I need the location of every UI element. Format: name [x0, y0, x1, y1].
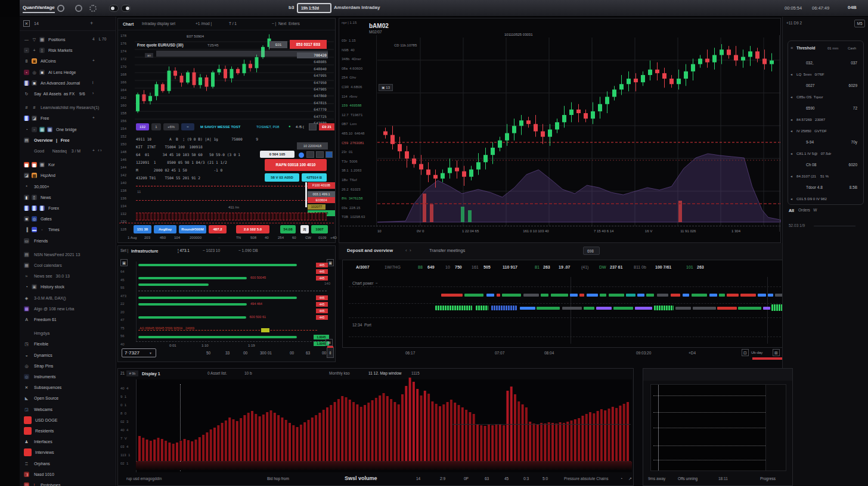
mid-toolbar-button-3[interactable]: ≈: [181, 123, 194, 130]
bottom-toolbar-button-5[interactable]: 54.08: [280, 225, 296, 233]
timeline-icon-2[interactable]: ⊞: [773, 349, 780, 356]
mid-toolbar-button-1[interactable]: 1: [151, 123, 161, 130]
dom-ladder-row[interactable]: 647995: [297, 73, 328, 79]
bottom-toolbar-button-0[interactable]: 151 38: [134, 225, 151, 233]
price-slider-handle[interactable]: [305, 182, 307, 207]
sidebar-item-19[interactable]: ▤NSN NewsFeed 2021 13: [20, 250, 116, 260]
row-arrow-icon: ◂: [790, 118, 792, 122]
buy-button-2[interactable]: 42T014 B: [302, 173, 327, 182]
mid-toolbar-button-2[interactable]: +6%: [163, 123, 179, 130]
sidebar-item-9[interactable]: ▤Overview | Free: [20, 135, 116, 146]
sidebar-item-24[interactable]: ▩Algo @ 108 new Lrba: [20, 304, 116, 314]
sidebar-item-40[interactable]: ▥!Prototypes: [20, 480, 116, 486]
tab-deposit-overview[interactable]: Deposit and overview: [347, 248, 393, 253]
sidebar-item-39[interactable]: ◨Nasd 1010: [20, 469, 116, 480]
main-time-label: 1 22 04 65: [462, 229, 479, 233]
app-title[interactable]: QuantVantage: [23, 5, 55, 10]
sidebar-item-14[interactable]: ▮▯News: [20, 192, 116, 203]
dom-ladder-row[interactable]: 647725: [297, 114, 328, 120]
sidebar-item-23[interactable]: ◈3-0.M A/B, DAX(): [20, 293, 116, 304]
sell-button[interactable]: RAFN 03018 100 4010: [265, 159, 327, 171]
dom-ladder-row[interactable]: 647860: [297, 93, 328, 99]
dom-ladder-row[interactable]: 647950: [297, 80, 328, 86]
bottom-toolbar-button-6[interactable]: 2|: [300, 225, 309, 233]
dom-ladder-row[interactable]: 700420: [297, 52, 328, 58]
dom-ladder-row[interactable]: 648040: [297, 66, 328, 72]
sidebar-item-28[interactable]: ◒Dynamics: [20, 350, 116, 361]
sidebar-item-34[interactable]: USD DOGE: [20, 415, 116, 426]
sidebar-item-1[interactable]: ▫+▯Risk Markets: [20, 45, 116, 56]
sidebar-item-10[interactable]: Good Nasdaq 3 / M+ ‹ ›: [20, 146, 116, 157]
bottom-toolbar-button-1[interactable]: AvgBay: [154, 225, 176, 233]
sidebar-item-7[interactable]: ▉◪Free+: [20, 113, 116, 124]
bottom-toolbar-button-4[interactable]: 2.0 102 5.0: [236, 225, 269, 233]
mini-gray-box[interactable]: [309, 123, 317, 130]
sidebar-item-30[interactable]: ◍Instruments: [20, 372, 116, 382]
mid-red-button[interactable]: E0 21: [319, 123, 334, 130]
add-watch-button[interactable]: +: [90, 21, 93, 26]
scroll-handle[interactable]: ⇕: [327, 347, 334, 358]
quantity-box[interactable]: 0 504 105: [260, 151, 294, 158]
sidebar-item-15[interactable]: ▉▉▉Forex: [20, 203, 116, 214]
sidebar-item-25[interactable]: AFreedom 61: [20, 314, 116, 325]
info-dot-icon[interactable]: [299, 152, 304, 158]
strip-arrows[interactable]: ‹ ›: [405, 248, 411, 253]
mid-toolbar-button-0[interactable]: 132: [136, 123, 149, 130]
toggle-right[interactable]: [121, 5, 131, 12]
sidebar-item-21[interactable]: ≈News see 30.0 13: [20, 271, 116, 282]
sidebar-item-38[interactable]: ♖Orphans: [20, 459, 116, 469]
tool-box-3[interactable]: [326, 151, 333, 158]
sidebar-item-16[interactable]: ◙◍Gates: [20, 214, 116, 225]
sidebar-item-31[interactable]: ✕Subsequences: [20, 382, 116, 393]
sidebar-item-37[interactable]: Interviews: [20, 447, 116, 458]
sidebar-item-8[interactable]: ◔▫▩▩One bridge: [20, 124, 116, 135]
bars-scroll-icon[interactable]: ▤: [326, 339, 333, 346]
session-timer-badge[interactable]: 19h 1:52d: [297, 3, 331, 13]
globe-icon[interactable]: [75, 5, 82, 12]
price-input[interactable]: 7·7327▾: [122, 348, 156, 357]
sidebar-item-35[interactable]: Residents: [20, 426, 116, 437]
sidebar-item-32[interactable]: ◣Open Source: [20, 393, 116, 404]
sidebar-item-36[interactable]: ♟Interfaces: [20, 437, 116, 447]
sidebar-item-3[interactable]: ▪◎◙AI Lens Hedge: [20, 67, 116, 78]
bottom-toolbar-button-2[interactable]: Round#500M: [179, 225, 206, 233]
sidebar-item-29[interactable]: ◎Strap Pins: [20, 361, 116, 372]
interval-chip[interactable]: ▣ 13: [379, 84, 393, 91]
tool-box-2[interactable]: [316, 151, 324, 158]
dom-ladder-row[interactable]: 647815: [297, 100, 328, 106]
toggle-left[interactable]: [109, 5, 119, 12]
sidebar-item-12[interactable]: ◪▆HqzAnd: [20, 170, 116, 181]
buy-button-1[interactable]: 58 V 03 A05D: [265, 173, 299, 182]
session-segment: [654, 306, 674, 310]
sidebar-item-0[interactable]: —▽▦Positions4 L 70: [20, 35, 116, 45]
sidebar-item-2[interactable]: 8▣AllCoins+: [20, 56, 116, 67]
sidebar-item-22[interactable]: ◔▣History stock: [20, 282, 116, 292]
bottom-toolbar-button-3[interactable]: 487.2: [209, 225, 227, 233]
dotted-gridline: [349, 337, 784, 337]
sidebar-item-18[interactable]: ▭Friends: [20, 236, 116, 247]
dom-ladder-row[interactable]: 648085: [297, 59, 328, 65]
sidebar-item-13[interactable]: *30,000+: [20, 182, 116, 192]
close-icon[interactable]: ✕: [23, 20, 30, 27]
tab-transfer-meetings[interactable]: Transfer meetings: [429, 248, 465, 253]
sidebar-item-20[interactable]: ▦Cool calendars: [20, 260, 116, 271]
candle-body: [180, 76, 184, 82]
sidebar-item-11[interactable]: ▆▆▦Kor: [20, 160, 116, 170]
sidebar-item-27[interactable]: ◳Flexible: [20, 339, 116, 350]
sidebar-item-33[interactable]: ◲Webcams: [20, 404, 116, 415]
sidebar-item-4[interactable]: ▉◙An Advanced Journali: [20, 78, 116, 89]
sidebar-item-5[interactable]: ↻Say All Assets as FX 9/6›: [20, 89, 116, 99]
dom-ladder-row[interactable]: 647770: [297, 107, 328, 113]
tool-box-1[interactable]: [306, 151, 314, 158]
timeframe-chip[interactable]: M5: [854, 20, 865, 27]
timeline-icon-1[interactable]: ⊡: [742, 349, 749, 356]
sidebar-item-26[interactable]: Hmgdya: [20, 328, 116, 339]
account-badge[interactable]: 04B: [848, 5, 857, 10]
notifications-icon[interactable]: [57, 5, 64, 12]
corner-icon[interactable]: ▣: [120, 259, 128, 266]
bottom-toolbar-button-7[interactable]: 1007: [311, 225, 328, 233]
sidebar-item-17[interactable]: ▐▬◦Times: [20, 225, 116, 235]
dom-ladder-row[interactable]: 647905: [297, 86, 328, 92]
settings-icon[interactable]: [89, 5, 97, 12]
sidebar-item-6[interactable]: ##Learn/watchlist my Research(1): [20, 102, 116, 113]
